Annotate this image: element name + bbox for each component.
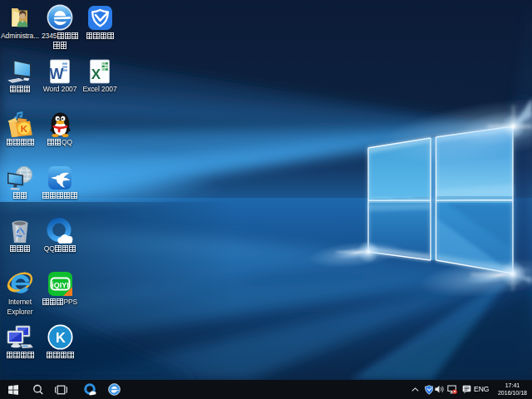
svg-text:iQIYI: iQIYI [52,281,69,289]
svg-text:X: X [91,66,101,82]
svg-text:K: K [21,124,28,134]
svg-text:W: W [50,66,64,82]
svg-text:K: K [56,330,66,345]
